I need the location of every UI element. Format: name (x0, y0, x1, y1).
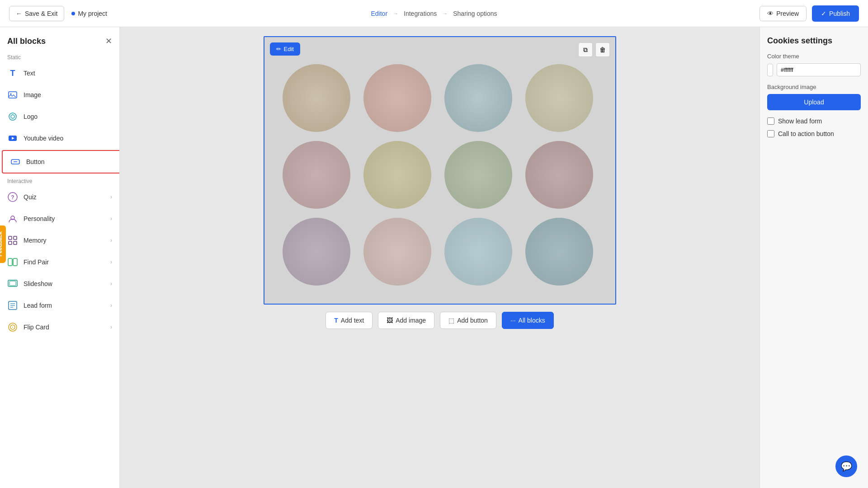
all-blocks-button[interactable]: ··· All blocks (502, 312, 554, 329)
color-input[interactable] (777, 63, 861, 76)
svg-rect-15 (8, 258, 12, 266)
top-nav: ← Save & Exit My project Editor → Integr… (0, 0, 868, 27)
block-item-slideshow[interactable]: Slideshow › (0, 273, 119, 295)
findpair-chevron: › (110, 259, 112, 265)
zodiac-2 (363, 64, 431, 132)
block-item-memory[interactable]: Memory › (0, 230, 119, 251)
zodiac-grid (264, 37, 615, 304)
svg-text:?: ? (11, 194, 14, 201)
show-lead-form-label: Show lead form (778, 117, 822, 125)
svg-rect-14 (14, 241, 17, 244)
slideshow-label: Slideshow (24, 280, 52, 287)
svg-point-2 (9, 113, 16, 120)
findpair-label: Find Pair (24, 258, 49, 266)
svg-point-25 (12, 327, 13, 328)
zodiac-8 (525, 141, 593, 209)
editor-link[interactable]: Editor (371, 10, 387, 17)
call-to-action-checkbox[interactable] (767, 130, 774, 137)
interactive-section-label: Interactive (0, 174, 119, 186)
svg-point-1 (10, 94, 12, 95)
leadform-icon (7, 300, 18, 311)
add-text-label: Add text (341, 317, 364, 324)
pencil-icon: ✏ (276, 46, 281, 52)
add-image-button[interactable]: 🖼 Add image (378, 312, 434, 329)
project-name: My project (71, 10, 107, 17)
canvas-container: ✏ Edit ⧉ 🗑 (264, 36, 616, 305)
eye-icon: 👁 (767, 10, 774, 17)
youtube-icon (7, 133, 18, 144)
slideshow-icon (7, 278, 18, 289)
nav-sep-1: → (393, 10, 398, 17)
main-layout: All blocks ✕ Static T Text Image (0, 27, 868, 488)
add-button-icon: ⬚ (448, 317, 454, 324)
delete-button[interactable]: 🗑 (595, 42, 610, 57)
copy-button[interactable]: ⧉ (578, 42, 593, 57)
color-swatch[interactable] (767, 64, 773, 76)
sidebar-title: All blocks (7, 37, 46, 46)
add-text-icon: T (334, 317, 338, 324)
memory-chevron: › (110, 237, 112, 244)
edit-label: Edit (284, 46, 294, 52)
static-section-label: Static (0, 51, 119, 62)
add-image-icon: 🖼 (387, 317, 393, 324)
quiz-chevron: › (110, 194, 112, 200)
flipcard-icon (7, 322, 18, 333)
block-item-image[interactable]: Image (0, 84, 119, 106)
zodiac-10 (363, 218, 431, 286)
sidebar: All blocks ✕ Static T Text Image (0, 27, 120, 488)
block-item-flipcard[interactable]: Flip Card › (0, 316, 119, 338)
project-name-label: My project (78, 10, 107, 17)
bottom-toolbar: T Add text 🖼 Add image ⬚ Add button ··· … (326, 312, 553, 329)
logo-label: Logo (24, 113, 38, 120)
memory-label: Memory (24, 237, 47, 244)
add-text-button[interactable]: T Add text (326, 312, 373, 329)
block-item-youtube[interactable]: Youtube video (0, 127, 119, 149)
button-label: Button (26, 158, 44, 165)
block-item-text[interactable]: T Text (0, 62, 119, 84)
background-image-label: Background image (767, 84, 861, 90)
canvas-area: ✏ Edit ⧉ 🗑 (120, 27, 760, 488)
block-item-personality[interactable]: Personality › (0, 208, 119, 230)
close-sidebar-button[interactable]: ✕ (105, 36, 112, 46)
publish-button[interactable]: ✓ Publish (812, 5, 859, 22)
block-item-button[interactable]: Button (2, 150, 120, 174)
chat-icon: 💬 (841, 461, 852, 472)
personality-chevron: › (110, 216, 112, 222)
feedback-tab[interactable]: Feedback (0, 225, 6, 263)
save-exit-button[interactable]: ← Save & Exit (9, 6, 64, 21)
edit-button[interactable]: ✏ Edit (270, 42, 300, 56)
personality-icon (7, 213, 18, 224)
zodiac-5 (283, 141, 350, 209)
zodiac-7 (444, 141, 512, 209)
sharing-link[interactable]: Sharing options (453, 10, 497, 17)
call-to-action-label: Call to action button (778, 130, 834, 137)
canvas-toolbar: ⧉ 🗑 (578, 42, 610, 57)
show-lead-form-checkbox[interactable] (767, 117, 774, 125)
add-button-button[interactable]: ⬚ Add button (440, 312, 496, 329)
chat-button[interactable]: 💬 (835, 455, 857, 477)
svg-rect-11 (9, 236, 12, 239)
zodiac-1 (283, 64, 350, 132)
zodiac-12 (525, 218, 593, 286)
svg-rect-12 (14, 236, 17, 239)
zodiac-9 (283, 218, 350, 286)
block-item-logo[interactable]: Logo (0, 106, 119, 127)
color-theme-label: Color theme (767, 53, 861, 60)
panel-title: Cookies settings (767, 36, 861, 46)
preview-button[interactable]: 👁 Preview (760, 6, 807, 21)
block-item-quiz[interactable]: ? Quiz › (0, 186, 119, 208)
show-lead-form-row: Show lead form (767, 117, 861, 125)
integrations-link[interactable]: Integrations (404, 10, 437, 17)
color-row (767, 63, 861, 76)
leadform-chevron: › (110, 302, 112, 309)
project-dot (71, 12, 75, 15)
svg-rect-16 (13, 258, 17, 266)
all-blocks-icon: ··· (510, 317, 516, 324)
top-nav-center: Editor → Integrations → Sharing options (371, 10, 497, 17)
upload-button[interactable]: Upload (767, 94, 861, 110)
block-item-leadform[interactable]: Lead form › (0, 295, 119, 316)
top-nav-right: 👁 Preview ✓ Publish (760, 5, 859, 22)
block-item-findpair[interactable]: Find Pair › (0, 251, 119, 273)
call-to-action-row: Call to action button (767, 130, 861, 137)
leadform-label: Lead form (24, 302, 52, 309)
